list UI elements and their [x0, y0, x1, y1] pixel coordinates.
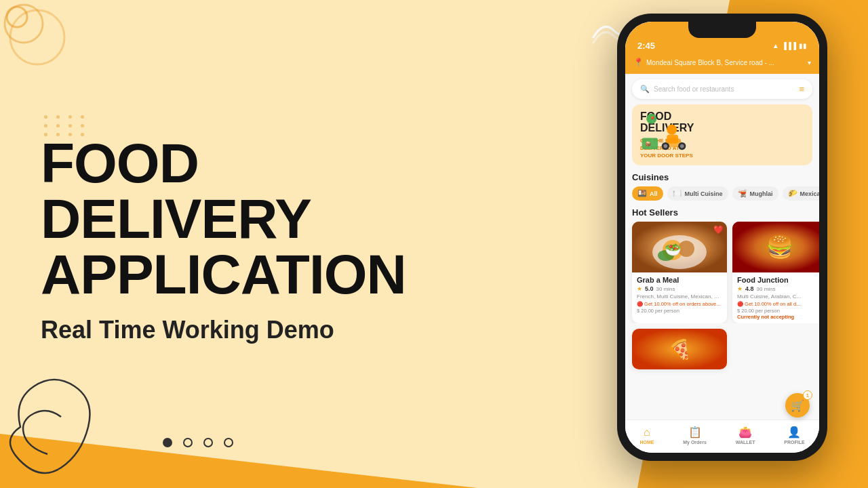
main-title: FOOD DELIVERY APPLICATION: [41, 136, 434, 302]
svg-text:🥗: 🥗: [665, 241, 682, 258]
food-illustration-1: 🥗: [632, 222, 727, 272]
status-time: 2:45: [637, 41, 655, 51]
notch: [688, 22, 756, 38]
time-1: 30 mins: [656, 286, 675, 292]
left-content: FOOD DELIVERY APPLICATION Real Time Work…: [41, 136, 434, 344]
deco-circles-top-left: [3, 3, 85, 85]
svg-text:📍: 📍: [649, 116, 656, 123]
bottom-cards-row: 🍕: [625, 323, 819, 369]
nav-item-home[interactable]: ⌂ HOME: [639, 426, 654, 445]
nav-item-orders[interactable]: 📋 My Orders: [683, 426, 707, 445]
search-bar[interactable]: 🔍 Search food or restaurants ≡: [632, 79, 812, 99]
cuisine-chip-all[interactable]: 🍱 All: [632, 186, 663, 201]
grab-a-meal-image: 🥗 ❤️: [632, 222, 727, 272]
mexican-icon: 🌮: [788, 189, 797, 198]
svg-point-7: [664, 144, 668, 148]
seller-card-food-junction[interactable]: 🍔 Food Junction ★ 4.8 30 mins Multi Cuis…: [732, 222, 819, 323]
bottom-card-1[interactable]: 🍕: [632, 329, 727, 369]
star-icon-2: ★: [737, 285, 743, 292]
dot-4[interactable]: [224, 438, 233, 447]
not-accepting-text: Currently not accepting: [737, 314, 819, 320]
food-illustration-2: 🍔: [732, 222, 819, 272]
seller-meta-1: ★ 5.0 30 mins: [637, 285, 722, 292]
cuisine-chip-mughlai[interactable]: 🫕 Mughlai: [732, 186, 778, 201]
phone-mockup: 2:45 ▲ ▐▐▐ ▮▮ 📍 Mondeai Square Block B, …: [617, 14, 827, 461]
nav-label-home: HOME: [639, 440, 654, 445]
svg-rect-11: [667, 135, 678, 144]
multi-cuisine-icon: 🍽️: [673, 189, 682, 198]
cart-button[interactable]: 🛒 1: [785, 393, 810, 418]
seller-name-2: Food Junction: [737, 276, 819, 284]
svg-text:📦: 📦: [645, 141, 652, 147]
location-text: Mondeai Square Block B, Service road - .…: [646, 59, 805, 66]
dot-3[interactable]: [203, 438, 213, 447]
seller-name-1: Grab a Meal: [637, 276, 722, 284]
signal-icon: ▐▐▐: [782, 42, 796, 49]
profile-icon: 👤: [787, 426, 801, 439]
cuisine-chip-multi[interactable]: 🍽️ Multi Cuisine: [667, 186, 728, 201]
location-pin-icon: 📍: [633, 58, 644, 67]
svg-text:🍕: 🍕: [668, 338, 692, 361]
phone-content: 2:45 ▲ ▐▐▐ ▮▮ 📍 Mondeai Square Block B, …: [625, 22, 819, 453]
wifi-icon: ▲: [772, 42, 779, 49]
pagination-dots: [163, 438, 233, 447]
sellers-row: 🥗 ❤️ Grab a Meal ★ 5.0 30 mins French,: [625, 222, 819, 323]
mughlai-icon: 🫕: [738, 189, 747, 198]
seller-meta-2: ★ 4.8 30 mins: [737, 285, 819, 292]
cuisine-chip-mexican[interactable]: 🌮 Mexica: [783, 186, 819, 201]
location-bar[interactable]: 📍 Mondeai Square Block B, Service road -…: [625, 55, 819, 74]
bottom-nav: ⌂ HOME 📋 My Orders 👛 WALLET 👤 PROFILE: [625, 420, 819, 453]
heart-icon-1[interactable]: ❤️: [713, 225, 724, 235]
time-2: 30 mins: [757, 286, 776, 292]
offer-text-2: 🔴 Get 10.00% off on all d...: [737, 301, 819, 307]
bottom-food-illustration: 🍕: [632, 329, 727, 369]
search-input[interactable]: Search food or restaurants: [654, 85, 795, 93]
svg-point-9: [680, 144, 684, 148]
cart-badge: 1: [803, 390, 812, 400]
filter-icon[interactable]: ≡: [799, 84, 804, 94]
rating-2: 4.8: [745, 285, 754, 292]
nav-label-wallet: WALLET: [736, 440, 755, 445]
price-text-1: $ 20.00 per person: [637, 308, 722, 314]
home-icon: ⌂: [644, 426, 650, 439]
status-icons: ▲ ▐▐▐ ▮▮: [772, 42, 807, 49]
cuisine-type-1: French, Multi Cuisine, Mexican, Chi...: [637, 293, 722, 300]
cuisines-row: 🍱 All 🍽️ Multi Cuisine 🫕 Mughlai 🌮 Mexic…: [625, 186, 819, 201]
cart-icon: 🛒: [791, 399, 804, 412]
promo-banner: 📦 📍: [632, 104, 812, 165]
nav-label-orders: My Orders: [683, 440, 707, 445]
dot-1[interactable]: [163, 438, 172, 447]
orders-icon: 📋: [688, 426, 702, 439]
price-text-2: $ 20.00 per person: [737, 308, 819, 314]
search-icon: 🔍: [640, 85, 650, 94]
all-icon: 🍱: [637, 189, 647, 198]
chevron-down-icon: ▾: [808, 59, 811, 66]
svg-point-10: [667, 125, 677, 135]
dot-2[interactable]: [183, 438, 193, 447]
nav-item-profile[interactable]: 👤 PROFILE: [784, 426, 804, 445]
rating-1: 5.0: [645, 285, 654, 292]
subtitle: Real Time Working Demo: [41, 316, 434, 344]
battery-icon: ▮▮: [799, 42, 807, 49]
seller-info-2: Food Junction ★ 4.8 30 mins Multi Cuisin…: [732, 272, 819, 323]
svg-point-2: [7, 7, 27, 27]
offer-text-1: 🔴 Get 10.00% off on orders above...: [637, 301, 722, 307]
phone-outer: 2:45 ▲ ▐▐▐ ▮▮ 📍 Mondeai Square Block B, …: [617, 14, 827, 461]
wallet-icon: 👛: [738, 426, 752, 439]
star-icon-1: ★: [637, 285, 642, 292]
food-junction-image: 🍔: [732, 222, 819, 272]
delivery-scooter-illustration: 📦 📍: [639, 108, 690, 155]
svg-text:🍔: 🍔: [766, 234, 793, 260]
nav-item-wallet[interactable]: 👛 WALLET: [736, 426, 755, 445]
nav-label-profile: PROFILE: [784, 440, 804, 445]
deco-blob-bottom-left: [7, 373, 129, 481]
hot-sellers-section-title: Hot Sellers: [632, 207, 812, 218]
cuisines-section-title: Cuisines: [632, 172, 812, 182]
seller-info-1: Grab a Meal ★ 5.0 30 mins French, Multi …: [632, 272, 727, 317]
phone-screen: 2:45 ▲ ▐▐▐ ▮▮ 📍 Mondeai Square Block B, …: [625, 22, 819, 453]
seller-card-grab-a-meal[interactable]: 🥗 ❤️ Grab a Meal ★ 5.0 30 mins French,: [632, 222, 727, 323]
cuisine-type-2: Multi Cuisine, Arabian, C...: [737, 293, 819, 300]
